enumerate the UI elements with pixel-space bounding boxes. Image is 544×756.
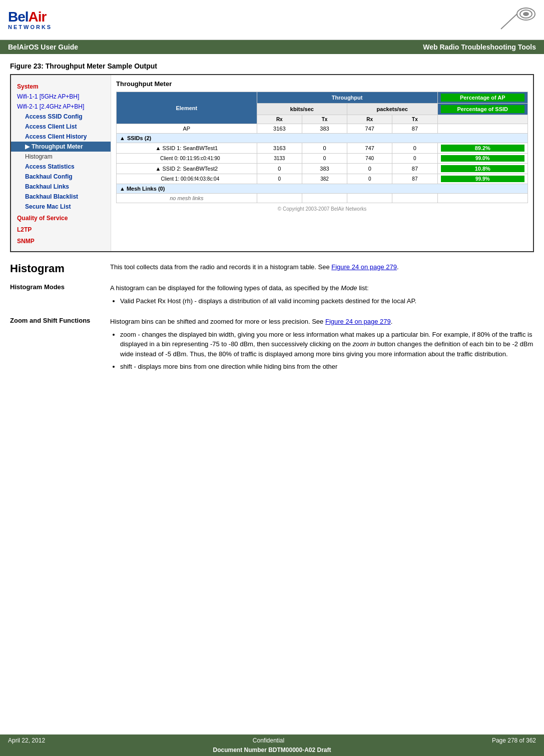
sidebar-item-access-client-history[interactable]: Access Client History [11,132,111,142]
client0-element: Client 0: 00:11:95:c0:41:90 [117,154,257,164]
zoom-item: zoom - changes the displayed bin width, … [120,330,534,359]
sidebar-item-access-client-list[interactable]: Access Client List [11,122,111,132]
no-mesh-col6 [437,194,528,203]
footer: April 22, 2012 Confidential Page 278 of … [0,734,544,756]
logo: BelAir NETWORKS [8,10,52,30]
ap-element: AP [117,124,257,134]
client1-kbits-rx: 0 [257,174,302,184]
shift-item: shift - displays more bins from one dire… [120,362,534,372]
nav-arrow-icon: ▶ [25,143,30,150]
sidebar-item-throughput-meter[interactable]: ▶Throughput Meter [11,142,111,152]
btn-percentage-ssid[interactable]: Percentage of SSID [441,105,525,113]
col-tx-pkts: Tx [392,115,437,124]
sidebar-item-histogram[interactable]: Histogram [11,152,111,162]
client1-element: Client 1: 00:06:f4:03:8c:04 [117,174,257,184]
section-zoom-shift: Zoom and Shift Functions Histogram bins … [10,317,534,375]
section-histogram-modes: Histogram Modes A histogram can be displ… [10,283,534,309]
sidebar-item-access-statistics[interactable]: Access Statistics [11,162,111,172]
mesh-collapse-icon[interactable]: ▲ [120,186,125,192]
ssids-collapse-icon[interactable]: ▲ [120,135,125,141]
section-zoom-shift-body: Histogram bins can be shifted and zoomed… [110,317,534,375]
table-row-ssids-header: ▲SSIDs (2) [117,134,528,143]
sidebar-item-snmp[interactable]: SNMP [11,235,111,246]
section-zoom-shift-label: Zoom and Shift Functions [10,317,100,375]
histogram-modes-heading: Histogram Modes [10,283,65,291]
sidebar-item-access-ssid[interactable]: Access SSID Config [11,112,111,122]
histogram-figure-link[interactable]: Figure 24 on page 279 [331,263,397,271]
client1-pkts-rx: 0 [347,174,392,184]
col-element: Element [117,92,257,124]
histogram-mode-item1: Valid Packet Rx Host (rh) - displays a d… [120,296,534,306]
table-row-no-mesh: no mesh links [117,194,528,203]
client0-kbits-rx: 3133 [257,154,302,164]
client0-pkts-tx: 0 [392,154,437,164]
ap-pkts-rx: 747 [347,124,392,134]
section-histogram: Histogram This tool collects data from t… [10,262,534,275]
section-histogram-body: This tool collects data from the radio a… [110,262,534,275]
col-pct-header [437,115,528,124]
page-header: BelAir NETWORKS [0,0,544,40]
btn-percentage-ssid-cell: Percentage of SSID [437,104,528,115]
footer-doc-number: Document Number BDTM00000-A02 Draft [0,746,544,756]
ap-kbits-rx: 3163 [257,124,302,134]
sidebar-item-secure-mac[interactable]: Secure Mac List [11,202,111,212]
title-left: BelAirOS User Guide [8,43,78,51]
footer-page: Page 278 of 362 [492,737,536,744]
title-right: Web Radio Troubleshooting Tools [423,43,536,51]
sidebar-item-backhaul-blacklist[interactable]: Backhaul Blacklist [11,192,111,202]
client1-pct: 99.9% [437,174,528,184]
svg-point-2 [523,12,529,16]
ssid2-kbits-tx: 383 [302,164,347,174]
zoom-shift-figure-link[interactable]: Figure 24 on page 279 [325,318,391,325]
no-mesh-col3 [302,194,347,203]
ssid2-pkts-rx: 0 [347,164,392,174]
no-mesh-col2 [257,194,302,203]
section-histogram-modes-label: Histogram Modes [10,283,100,309]
ssid1-pct: 89.2% [437,143,528,154]
sidebar-item-backhaul-links[interactable]: Backhaul Links [11,182,111,192]
col-percentage: Percentage of AP [437,92,528,104]
sidebar-item-wifi11[interactable]: Wifi-1-1 [5GHz AP+BH] [11,92,111,102]
ssid1-element: ▲ SSID 1: SeanBWTest1 [117,143,257,154]
logo-networks: NETWORKS [8,24,52,30]
footer-confidential: Confidential [253,737,284,744]
client0-pct: 99.0% [437,154,528,164]
sidebar-item-system[interactable]: System [11,80,111,92]
table-row-client1: Client 1: 00:06:f4:03:8c:04 0 382 0 87 9… [117,174,528,184]
client1-pkts-tx: 87 [392,174,437,184]
ssid2-element: ▲ SSID 2: SeanBWTest2 [117,164,257,174]
sidebar-item-qos[interactable]: Quality of Service [11,212,111,223]
ap-pkts-tx: 87 [392,124,437,134]
client1-kbits-tx: 382 [302,174,347,184]
ssid1-pkts-tx: 0 [392,143,437,154]
throughput-main-panel: Throughput Meter Element Throughput P [111,75,533,251]
main-content: Figure 23: Throughput Meter Sample Outpu… [0,54,544,391]
figure-title: Figure 23: Throughput Meter Sample Outpu… [10,62,534,70]
ap-kbits-tx: 383 [302,124,347,134]
screenshot-box: System Wifi-1-1 [5GHz AP+BH] Wifi-2-1 [2… [10,74,534,252]
col-throughput: Throughput [257,92,437,104]
client0-pkts-rx: 740 [347,154,392,164]
ssid2-pkts-tx: 87 [392,164,437,174]
ssid1-collapse-icon[interactable]: ▲ [156,145,161,151]
panel-title: Throughput Meter [116,80,528,88]
mesh-header-label: ▲ Mesh Links (0) [117,184,528,194]
sidebar-item-l2tp[interactable]: L2TP [11,223,111,235]
client0-pct-badge: 99.0% [441,155,525,162]
no-mesh-col5 [392,194,437,203]
ssid1-kbits-rx: 3163 [257,143,302,154]
logo-name: BelAir [8,10,52,24]
ssid2-pct-badge: 10.8% [441,165,525,172]
btn-percentage-ap[interactable]: Percentage of AP [441,94,525,102]
section-histogram-modes-body: A histogram can be displayed for the fol… [110,283,534,309]
title-bar: BelAirOS User Guide Web Radio Troublesho… [0,40,544,54]
ssid2-collapse-icon[interactable]: ▲ [156,166,161,172]
ssid2-kbits-rx: 0 [257,164,302,174]
sidebar-item-wifi21[interactable]: Wifi-2-1 [2.4GHz AP+BH] [11,102,111,112]
throughput-table: Element Throughput Percentage of AP kbit… [116,92,528,203]
sidebar-item-backhaul-config[interactable]: Backhaul Config [11,172,111,182]
client1-pct-badge: 99.9% [441,176,525,182]
table-row-ap: AP 3163 383 747 87 [117,124,528,134]
no-mesh-col4 [347,194,392,203]
table-row-client0: Client 0: 00:11:95:c0:41:90 3133 0 740 0… [117,154,528,164]
